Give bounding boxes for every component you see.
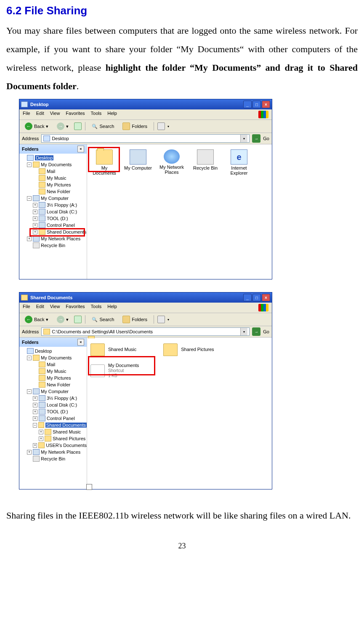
tree-shared[interactable]: Shared Documents xyxy=(47,229,86,234)
tree-ctrlpanel[interactable]: Control Panel xyxy=(47,223,75,228)
menu-file[interactable]: File xyxy=(23,111,30,118)
tree-desktop[interactable]: Desktop xyxy=(35,155,53,160)
address-field[interactable]: Desktop ▾ xyxy=(41,134,250,143)
tree-ctrlpanel[interactable]: Control Panel xyxy=(47,416,75,421)
item-shared-music[interactable]: Shared Music xyxy=(90,343,137,357)
up-icon[interactable] xyxy=(74,316,82,323)
icon-my-network-places[interactable]: My Network Places xyxy=(157,149,186,176)
tree-floppy[interactable]: 3½ Floppy (A:) xyxy=(47,202,77,207)
folders-button[interactable]: Folders xyxy=(120,121,150,131)
tree-shared[interactable]: Shared Documents xyxy=(45,423,87,428)
content-pane[interactable]: Shared Music Shared Pictures My Document… xyxy=(87,338,272,489)
tree-sharedpics[interactable]: Shared Pictures xyxy=(53,436,85,441)
toolbar: ←Back ▾ → ▾ 🔍Search Folders ▾ xyxy=(19,313,272,326)
folder-tree[interactable]: Desktop −My Documents Mail My Music My P… xyxy=(19,154,87,279)
tree-netplaces[interactable]: My Network Places xyxy=(41,236,80,241)
item-my-documents-shortcut[interactable]: My Documents Shortcut 1 KB xyxy=(90,362,272,379)
tree-localc[interactable]: Local Disk (C:) xyxy=(47,209,77,214)
minimize-button[interactable]: _ xyxy=(243,294,252,301)
maximize-button[interactable]: □ xyxy=(252,294,261,301)
tree-mycomp[interactable]: My Computer xyxy=(41,389,69,394)
menu-view[interactable]: View xyxy=(50,111,60,118)
tree-netplaces[interactable]: My Network Places xyxy=(41,449,80,455)
icon-recycle-bin[interactable]: Recycle Bin xyxy=(191,149,220,176)
back-button[interactable]: ←Back ▾ xyxy=(22,121,51,131)
views-icon[interactable] xyxy=(157,316,165,323)
dropdown-icon[interactable]: ▾ xyxy=(240,135,247,142)
close-button[interactable]: × xyxy=(262,294,270,301)
search-button[interactable]: 🔍Search xyxy=(89,316,117,324)
folders-pane-header: Folders xyxy=(22,340,39,345)
tree-mycomp[interactable]: My Computer xyxy=(41,196,69,201)
menu-favorites[interactable]: Favorites xyxy=(66,111,85,118)
folders-pane-header: Folders xyxy=(22,146,39,152)
folder-tree[interactable]: Desktop −My Documents Mail My Music My P… xyxy=(19,347,87,489)
close-pane-button[interactable]: × xyxy=(77,339,84,346)
icon-internet-explorer[interactable]: eInternet Explorer xyxy=(224,149,254,176)
tree-mymusic[interactable]: My Music xyxy=(47,176,66,181)
folders-button[interactable]: Folders xyxy=(120,314,150,324)
menu-tools[interactable]: Tools xyxy=(91,111,102,118)
forward-button[interactable]: → ▾ xyxy=(54,314,72,324)
go-button[interactable]: → xyxy=(252,134,260,143)
menu-help[interactable]: Help xyxy=(107,111,117,118)
titlebar[interactable]: Desktop _ □ × xyxy=(19,99,272,109)
address-value: C:\Documents and Settings\All Users\Docu… xyxy=(52,329,153,334)
folders-pane: Folders× Desktop −My Documents Mail My M… xyxy=(19,144,87,279)
tree-mypics[interactable]: My Pictures xyxy=(47,375,71,380)
tree-mail[interactable]: Mail xyxy=(47,362,55,367)
intro-paragraph: You may share files between computers th… xyxy=(6,21,358,96)
window-title: Desktop xyxy=(30,102,48,107)
menu-file[interactable]: File xyxy=(23,304,30,311)
go-button[interactable]: → xyxy=(252,327,260,336)
search-icon: 🔍 xyxy=(92,317,98,322)
up-icon[interactable] xyxy=(74,122,82,130)
address-value: Desktop xyxy=(52,136,69,141)
menu-edit[interactable]: Edit xyxy=(36,111,44,118)
menu-edit[interactable]: Edit xyxy=(36,304,44,311)
tree-mydocs[interactable]: My Documents xyxy=(41,162,72,167)
back-button[interactable]: ←Back ▾ xyxy=(22,314,51,324)
address-bar: Address Desktop ▾ → Go xyxy=(19,133,272,144)
tree-desktop[interactable]: Desktop xyxy=(35,348,52,354)
tree-recycle[interactable]: Recycle Bin xyxy=(41,456,65,461)
tree-userdocs[interactable]: USER's Documents xyxy=(46,443,87,448)
views-icon[interactable] xyxy=(157,122,165,130)
close-pane-button[interactable]: × xyxy=(77,146,84,152)
shortcut-size: 1 KB xyxy=(108,373,139,378)
page-number: 23 xyxy=(6,542,358,551)
tree-floppy[interactable]: 3½ Floppy (A:) xyxy=(47,396,77,401)
intro-text-c: . xyxy=(77,81,79,91)
section-heading: 6.2 File Sharing xyxy=(6,4,358,17)
icon-my-computer[interactable]: My Computer xyxy=(123,149,153,176)
tree-mymusic[interactable]: My Music xyxy=(47,369,66,374)
icon-my-documents[interactable]: My Documents xyxy=(90,149,119,176)
maximize-button[interactable]: □ xyxy=(252,101,261,108)
titlebar[interactable]: Shared Documents _ □ × xyxy=(19,293,272,303)
tree-newfolder[interactable]: New Folder xyxy=(47,382,70,387)
folder-icon xyxy=(21,295,28,301)
search-button[interactable]: 🔍Search xyxy=(89,122,117,130)
menu-tools[interactable]: Tools xyxy=(91,304,102,311)
content-pane[interactable]: My Documents My Computer My Network Plac… xyxy=(87,144,272,279)
tree-toold[interactable]: TOOL (D:) xyxy=(47,409,68,414)
dropdown-icon[interactable]: ▾ xyxy=(240,328,247,335)
address-field[interactable]: C:\Documents and Settings\All Users\Docu… xyxy=(41,327,250,336)
tree-sharedmusic[interactable]: Shared Music xyxy=(53,429,81,434)
menu-view[interactable]: View xyxy=(50,304,60,311)
menu-help[interactable]: Help xyxy=(107,304,117,311)
tree-recycle[interactable]: Recycle Bin xyxy=(41,243,65,248)
minimize-button[interactable]: _ xyxy=(243,101,252,108)
forward-button[interactable]: → ▾ xyxy=(54,121,72,131)
tree-localc[interactable]: Local Disk (C:) xyxy=(47,402,77,407)
item-shared-pictures[interactable]: Shared Pictures xyxy=(162,343,215,357)
screenshot-shared-documents: Shared Documents _ □ × File Edit View Fa… xyxy=(19,292,272,489)
toolbar: ←Back ▾ → ▾ 🔍Search Folders ▾ xyxy=(19,120,272,133)
tree-toold[interactable]: TOOL (D:) xyxy=(47,216,68,221)
close-button[interactable]: × xyxy=(262,101,270,108)
tree-newfolder[interactable]: New Folder xyxy=(47,189,70,194)
menu-favorites[interactable]: Favorites xyxy=(66,304,85,311)
tree-mypics[interactable]: My Pictures xyxy=(47,182,71,187)
tree-mydocs[interactable]: My Documents xyxy=(41,355,72,360)
tree-mail[interactable]: Mail xyxy=(47,169,55,174)
